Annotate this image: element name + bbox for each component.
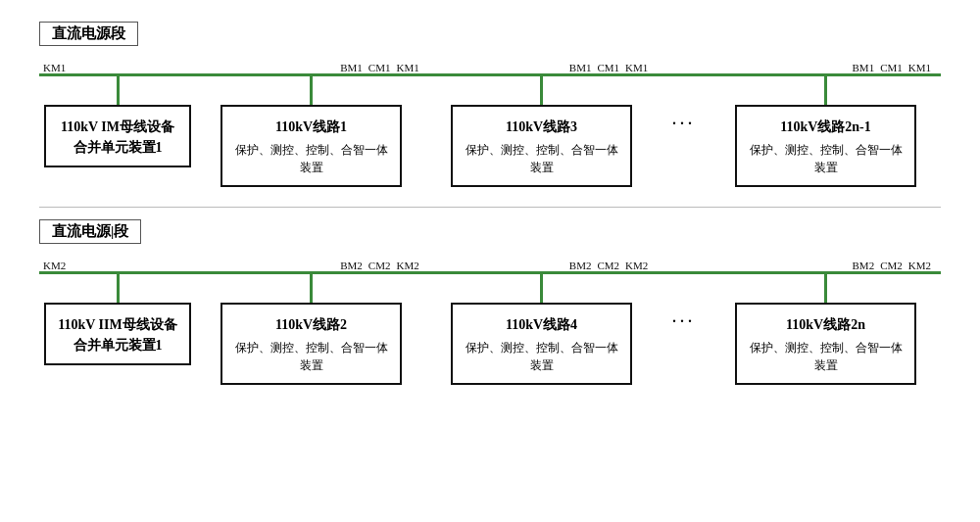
bus-device-title1-1: 110kV IM母线设备 (54, 117, 181, 137)
cm2-l2: CM2 (368, 260, 391, 271)
bm1-l1: BM1 (340, 62, 363, 73)
last-device-sub-1: 保护、测控、控制、合智一体装置 (745, 141, 906, 177)
km2-l2: KM2 (396, 260, 418, 271)
vline-line1 (310, 73, 313, 105)
section1-title: 直流电源段 (39, 22, 138, 46)
section2-ellipsis: ··· (657, 271, 710, 333)
section2-boxes: 110kV IIM母线设备 合并单元装置1 110kV线路2 保护、测控、控制、… (39, 271, 941, 385)
vline-line2 (310, 271, 313, 303)
line4-device-box: 110kV线路4 保护、测控、控制、合智一体装置 (451, 303, 632, 385)
line4-sub: 保护、测控、控制、合智一体装置 (461, 339, 622, 375)
last-device-col-1: 110kV线路2n-1 保护、测控、控制、合智一体装置 (710, 73, 941, 187)
km1-l1: KM1 (396, 62, 418, 73)
bm1-l3: BM1 (569, 62, 592, 73)
last-device-sub-2: 保护、测控、控制、合智一体装置 (745, 339, 906, 375)
vline-bus-1 (117, 73, 120, 105)
km1-bus-label: KM1 (43, 62, 66, 73)
bm1-last: BM1 (853, 62, 875, 73)
line1-device-col: 110kV线路1 保护、测控、控制、合智一体装置 (196, 73, 426, 187)
cm1-l1: CM1 (368, 62, 391, 73)
cm2-l4: CM2 (597, 260, 619, 271)
km2-last: KM2 (908, 260, 931, 271)
line1-sub: 保护、测控、控制、合智一体装置 (230, 141, 392, 177)
vline-line4 (540, 271, 543, 303)
line2-title: 110kV线路2 (230, 314, 392, 335)
section1-boxes: 110kV IM母线设备 合并单元装置1 110kV线路1 保护、测控、控制、合… (39, 73, 941, 187)
bus-device-col-2: 110kV IIM母线设备 合并单元装置1 (39, 271, 196, 365)
line3-device-box: 110kV线路3 保护、测控、控制、合智一体装置 (451, 105, 632, 187)
km1-l3: KM1 (625, 62, 648, 73)
line4-title: 110kV线路4 (461, 314, 622, 335)
bus-device-box-1: 110kV IM母线设备 合并单元装置1 (44, 105, 191, 167)
section-2: 直流电源|段 KM2 BM2 CM2 KM2 BM2 CM2 KM2 BM2 C… (39, 219, 941, 385)
vline-line3 (540, 73, 543, 105)
bus-device-box-2: 110kV IIM母线设备 合并单元装置1 (44, 303, 191, 365)
page: 直流电源段 KM1 BM1 CM1 KM1 BM1 CM1 KM1 (20, 10, 960, 397)
bus-device-title2-1: 合并单元装置1 (54, 137, 181, 158)
line2-device-col: 110kV线路2 保护、测控、控制、合智一体装置 (196, 271, 426, 385)
line2-sub: 保护、测控、控制、合智一体装置 (230, 339, 392, 375)
section2-title: 直流电源|段 (39, 219, 141, 244)
section1-ellipsis: ··· (657, 73, 710, 135)
last-device-title-1: 110kV线路2n-1 (745, 117, 906, 137)
bus-device-col-1: 110kV IM母线设备 合并单元装置1 (39, 73, 196, 167)
cm1-last: CM1 (880, 62, 903, 73)
section2-label-strip: KM2 BM2 CM2 KM2 BM2 CM2 KM2 BM2 CM2 KM2 (39, 250, 941, 271)
last-device-col-2: 110kV线路2n 保护、测控、控制、合智一体装置 (710, 271, 941, 385)
section-1: 直流电源段 KM1 BM1 CM1 KM1 BM1 CM1 KM1 (39, 22, 941, 187)
section1-label-strip: KM1 BM1 CM1 KM1 BM1 CM1 KM1 BM1 CM1 KM1 (39, 52, 941, 73)
last-device-box-1: 110kV线路2n-1 保护、测控、控制、合智一体装置 (735, 105, 916, 187)
km2-l4: KM2 (625, 260, 648, 271)
bm2-l2: BM2 (340, 260, 363, 271)
last-device-box-2: 110kV线路2n 保护、测控、控制、合智一体装置 (735, 303, 916, 385)
line3-title: 110kV线路3 (461, 117, 622, 137)
bus-device-title2-2: 合并单元装置1 (54, 335, 181, 356)
line3-sub: 保护、测控、控制、合智一体装置 (461, 141, 622, 177)
line3-device-col: 110kV线路3 保护、测控、控制、合智一体装置 (426, 73, 657, 187)
cm1-l3: CM1 (597, 62, 619, 73)
vline-last-2 (824, 271, 827, 303)
bm2-l4: BM2 (569, 260, 592, 271)
vline-last-1 (824, 73, 827, 105)
section-divider (39, 207, 941, 208)
bm2-last: BM2 (853, 260, 875, 271)
cm2-last: CM2 (880, 260, 903, 271)
km1-last: KM1 (908, 62, 931, 73)
line2-device-box: 110kV线路2 保护、测控、控制、合智一体装置 (220, 303, 402, 385)
line4-device-col: 110kV线路4 保护、测控、控制、合智一体装置 (426, 271, 657, 385)
line1-title: 110kV线路1 (230, 117, 392, 137)
line1-device-box: 110kV线路1 保护、测控、控制、合智一体装置 (220, 105, 402, 187)
vline-bus-2 (117, 271, 120, 303)
km2-bus-label: KM2 (43, 260, 66, 271)
bus-device-title1-2: 110kV IIM母线设备 (54, 314, 181, 335)
last-device-title-2: 110kV线路2n (745, 314, 906, 335)
